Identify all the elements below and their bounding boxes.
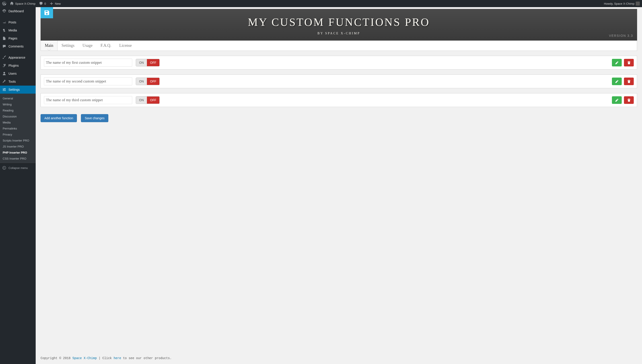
- site-link[interactable]: Space X-Chimp: [10, 2, 36, 6]
- pencil-icon: [615, 80, 619, 83]
- plugin-version: VERSION 3.3: [609, 34, 633, 38]
- footer-prefix: Copyright © 2018: [40, 356, 72, 360]
- new-label: New: [55, 2, 61, 5]
- snippet-toggle[interactable]: ON OFF: [136, 59, 160, 66]
- menu-label: Pages: [8, 36, 18, 40]
- menu-pages[interactable]: Pages: [0, 34, 36, 42]
- menu-media[interactable]: Media: [0, 26, 36, 34]
- tab-bar: Main Settings Usage F.A.Q. License: [40, 40, 637, 51]
- wp-logo[interactable]: [2, 2, 6, 6]
- edit-button[interactable]: [612, 78, 622, 85]
- svg-point-0: [3, 29, 5, 30]
- pin-icon: [2, 20, 6, 24]
- toggle-off: OFF: [147, 59, 160, 66]
- pencil-icon: [615, 61, 619, 65]
- delete-button[interactable]: [624, 78, 634, 85]
- brush-icon: [2, 56, 6, 60]
- menu-appearance[interactable]: Appearance: [0, 54, 36, 62]
- site-name: Space X-Chimp: [15, 2, 36, 5]
- submenu-privacy[interactable]: Privacy: [0, 132, 36, 138]
- tab-usage[interactable]: Usage: [78, 40, 96, 50]
- toggle-on: ON: [136, 78, 147, 85]
- menu-label: Tools: [8, 80, 16, 83]
- collapse-menu[interactable]: Collapse menu: [0, 164, 36, 172]
- submenu-js-inserter-pro[interactable]: JS Inserter PRO: [0, 144, 36, 150]
- my-account[interactable]: Howdy, Space X-Chimp: [604, 2, 640, 6]
- submenu-media[interactable]: Media: [0, 120, 36, 126]
- dashboard-icon: [2, 9, 6, 13]
- toggle-on: ON: [136, 96, 147, 104]
- snippet-toggle[interactable]: ON OFF: [136, 96, 160, 104]
- menu-label: Plugins: [8, 64, 19, 67]
- footer-mid: | Click: [97, 356, 114, 360]
- save-badge-button[interactable]: [40, 7, 53, 18]
- plug-icon: [2, 64, 6, 68]
- footer-brand-link[interactable]: Space X-Chimp: [72, 356, 97, 360]
- tab-settings[interactable]: Settings: [58, 40, 78, 50]
- submenu-discussion[interactable]: Discussion: [0, 114, 36, 120]
- toggle-off: OFF: [147, 96, 160, 104]
- comments-link[interactable]: 0: [39, 2, 46, 6]
- new-link[interactable]: New: [50, 2, 61, 6]
- tab-main[interactable]: Main: [41, 40, 58, 50]
- menu-settings[interactable]: Settings: [0, 86, 36, 94]
- delete-button[interactable]: [624, 59, 634, 66]
- submenu-permalinks[interactable]: Permalinks: [0, 126, 36, 132]
- delete-button[interactable]: [624, 96, 634, 104]
- submenu-scripts-inserter-pro[interactable]: Scripts Inserter PRO: [0, 138, 36, 144]
- pencil-icon: [615, 98, 619, 102]
- comment-count: 0: [44, 2, 46, 5]
- comment-icon: [39, 2, 43, 6]
- user-icon: [2, 72, 6, 76]
- menu-tools[interactable]: Tools: [0, 78, 36, 86]
- save-icon: [44, 10, 50, 16]
- tab-license[interactable]: License: [115, 40, 136, 50]
- add-function-button[interactable]: Add another function: [40, 114, 77, 122]
- snippet-row: ON OFF: [40, 74, 637, 88]
- comment-icon: [2, 44, 6, 48]
- wordpress-icon: [2, 2, 6, 6]
- footer-suffix: to see our other products.: [121, 356, 172, 360]
- toggle-on: ON: [136, 59, 147, 66]
- menu-label: Dashboard: [8, 9, 24, 13]
- submenu-php-inserter-pro[interactable]: PHP Inserter PRO: [0, 150, 36, 156]
- svg-point-2: [3, 166, 6, 170]
- submenu-reading[interactable]: Reading: [0, 108, 36, 114]
- submenu-writing[interactable]: Writing: [0, 102, 36, 108]
- menu-label: Posts: [8, 20, 16, 24]
- edit-button[interactable]: [612, 96, 622, 104]
- save-changes-button[interactable]: Save changes: [81, 114, 108, 122]
- menu-comments[interactable]: Comments: [0, 42, 36, 50]
- menu-users[interactable]: Users: [0, 70, 36, 78]
- snippet-row: ON OFF: [40, 93, 637, 107]
- toggle-off: OFF: [147, 78, 160, 85]
- plugin-header: MY CUSTOM FUNCTIONS PRO BY SPACE X-CHIMP…: [40, 9, 637, 40]
- menu-label: Appearance: [8, 56, 26, 59]
- menu-dashboard[interactable]: Dashboard: [0, 7, 36, 15]
- plugin-subtitle: BY SPACE X-CHIMP: [45, 32, 633, 35]
- avatar: [636, 2, 640, 6]
- plugin-title: MY CUSTOM FUNCTIONS PRO: [45, 16, 633, 28]
- menu-plugins[interactable]: Plugins: [0, 62, 36, 70]
- sliders-icon: [2, 88, 6, 92]
- snippet-name-input[interactable]: [44, 58, 132, 67]
- main-content: MY CUSTOM FUNCTIONS PRO BY SPACE X-CHIMP…: [36, 7, 642, 364]
- wrench-icon: [2, 80, 6, 84]
- snippet-toggle[interactable]: ON OFF: [136, 78, 160, 85]
- page-icon: [2, 36, 6, 40]
- tab-faq[interactable]: F.A.Q.: [96, 40, 115, 50]
- edit-button[interactable]: [612, 59, 622, 66]
- admin-sidebar: Dashboard Posts Media Pages Comments App…: [0, 7, 36, 364]
- submenu-general[interactable]: General: [0, 96, 36, 102]
- trash-icon: [627, 98, 631, 102]
- trash-icon: [627, 80, 631, 83]
- menu-label: Media: [8, 28, 17, 32]
- snippet-name-input[interactable]: [44, 77, 132, 85]
- admin-bar: Space X-Chimp 0 New Howdy, Space X-Chimp: [0, 0, 642, 7]
- footer-here-link[interactable]: here: [114, 356, 121, 360]
- menu-posts[interactable]: Posts: [0, 18, 36, 26]
- menu-label: Users: [8, 72, 17, 75]
- submenu-css-inserter-pro[interactable]: CSS Inserter PRO: [0, 156, 36, 162]
- trash-icon: [627, 61, 631, 65]
- snippet-name-input[interactable]: [44, 96, 132, 104]
